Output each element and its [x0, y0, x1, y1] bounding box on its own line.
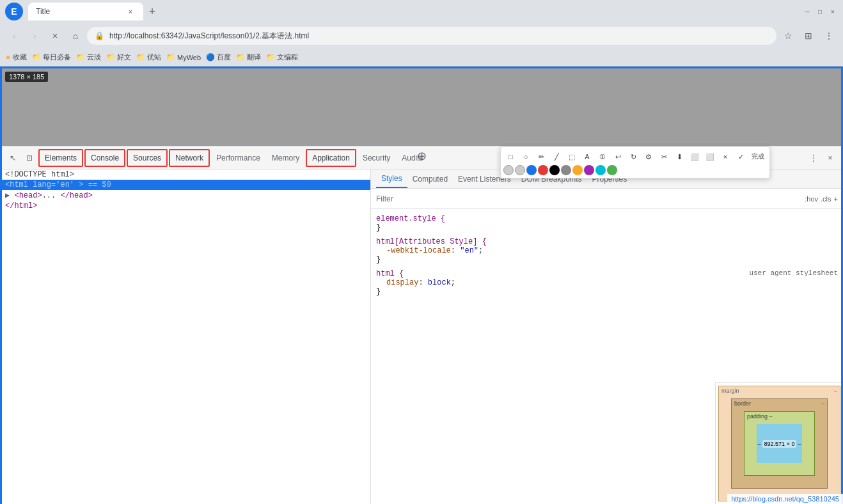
- add-style-button[interactable]: +: [834, 195, 838, 203]
- nav-bar: ‹ › × ⌂ 🔒 http://localhost:63342/JavaScr…: [0, 23, 843, 49]
- style-prop: display: block;: [376, 278, 838, 287]
- color-swatch-cyan[interactable]: [595, 169, 606, 175]
- address-bar[interactable]: 🔒 http://localhost:63342/JavaScript/less…: [87, 27, 776, 45]
- tab-network-label: Network: [175, 154, 203, 162]
- color-swatch-yellow[interactable]: [572, 169, 583, 175]
- cursor-tool-button[interactable]: ↖: [5, 150, 20, 166]
- color-swatch-green[interactable]: [607, 169, 617, 175]
- bookmark-label: 云淡: [87, 52, 101, 62]
- color-swatch-gray-light[interactable]: [503, 169, 514, 175]
- style-close: }: [376, 223, 838, 232]
- bookmark-item[interactable]: 📁 每日必备: [32, 52, 71, 62]
- style-selector-text: html {: [376, 269, 404, 278]
- bookmark-label: 每日必备: [43, 52, 71, 62]
- style-selector: element.style {: [376, 214, 838, 223]
- folder-icon: 📁: [266, 53, 275, 61]
- forward-button[interactable]: ›: [26, 27, 43, 45]
- border-dash: –: [821, 400, 824, 407]
- dom-line-selected[interactable]: <html lang='en' > == $0: [0, 180, 370, 190]
- tab-sources[interactable]: Sources: [127, 149, 168, 167]
- style-prop: -webkit-locale: "en";: [376, 246, 838, 255]
- close-button[interactable]: ×: [828, 6, 838, 17]
- bookmark-item[interactable]: 📁 翻译: [236, 52, 261, 62]
- bookmark-button[interactable]: ☆: [779, 27, 797, 45]
- styles-tab-styles[interactable]: Styles: [376, 170, 407, 188]
- selection-border-left: [0, 67, 2, 504]
- color-swatch-black[interactable]: [549, 169, 560, 175]
- window-controls: ─ □ ×: [802, 6, 838, 17]
- dom-line: </html>: [0, 201, 370, 211]
- annotation-toolbar: □ ○ ✏ ╱ ⬚ A ① ↩ ↻ ⚙ ✂ ⬇ ⬜: [500, 169, 770, 178]
- home-button[interactable]: ⌂: [67, 27, 84, 45]
- cls-button[interactable]: .cls: [821, 195, 831, 203]
- bookmark-item[interactable]: ★ 收藏: [5, 52, 27, 62]
- tab-application[interactable]: Application: [306, 149, 356, 167]
- close-devtools-button[interactable]: ×: [823, 150, 838, 166]
- tab-close-button[interactable]: ×: [125, 6, 136, 17]
- browser-logo: E: [5, 3, 23, 20]
- color-swatch-blue[interactable]: [526, 169, 537, 175]
- tab-network[interactable]: Network: [169, 149, 210, 167]
- status-url-link: https://blog.csdn.net/qq_53810245: [731, 495, 839, 503]
- folder-icon: 📁: [236, 53, 245, 61]
- folder-icon: 📁: [136, 53, 145, 61]
- hov-button[interactable]: :hov: [805, 195, 818, 203]
- ssl-icon: 🔒: [95, 31, 104, 40]
- bookmark-label: 收藏: [13, 52, 27, 62]
- styles-filter-bar: :hov .cls +: [371, 189, 843, 209]
- stop-button[interactable]: ×: [46, 27, 64, 45]
- tab-performance-label: Performance: [216, 154, 260, 162]
- margin-dash: –: [834, 388, 837, 394]
- bookmark-item[interactable]: 📁 云淡: [76, 52, 101, 62]
- dom-expand-icon[interactable]: ▶: [5, 191, 10, 200]
- folder-icon: 📁: [166, 53, 175, 61]
- bookmark-item[interactable]: 🔵 百度: [206, 52, 231, 62]
- box-model-panel: margin – border – padding –: [715, 382, 843, 504]
- tab-console[interactable]: Console: [84, 149, 125, 167]
- more-options-button[interactable]: ⋮: [806, 150, 821, 166]
- style-selector: html[Attributes Style] {: [376, 237, 838, 246]
- tab-console-label: Console: [91, 154, 119, 162]
- padding-label: padding –: [747, 413, 773, 420]
- minimize-button[interactable]: ─: [802, 6, 812, 17]
- tab-security[interactable]: Security: [358, 149, 395, 167]
- color-swatch-red[interactable]: [538, 169, 548, 175]
- style-source-label: user agent stylesheet: [749, 269, 838, 277]
- tab-performance[interactable]: Performance: [211, 149, 265, 167]
- border-label: border: [734, 400, 751, 407]
- dom-attr-value: 'en': [56, 180, 74, 189]
- styles-tab-computed[interactable]: Computed: [407, 170, 453, 188]
- tab-memory[interactable]: Memory: [267, 149, 304, 167]
- status-bar-url: https://blog.csdn.net/qq_53810245: [727, 494, 843, 504]
- folder-icon: 📁: [106, 53, 115, 61]
- folder-icon: 📁: [32, 53, 41, 61]
- styles-filter-input[interactable]: [376, 194, 800, 203]
- style-close: }: [376, 287, 838, 296]
- bookmark-label: 优站: [147, 52, 161, 62]
- inspect-element-button[interactable]: ⊡: [22, 150, 37, 166]
- tab-memory-label: Memory: [272, 154, 299, 162]
- box-model-content: – 892.571 × 0 –: [757, 424, 802, 463]
- color-swatch-purple[interactable]: [584, 169, 594, 175]
- dom-tag: <head>: [14, 191, 42, 200]
- active-tab[interactable]: Title ×: [28, 3, 143, 20]
- bookmark-item[interactable]: 📁 好文: [106, 52, 131, 62]
- nav-right-controls: ☆ ⊞ ⋮: [779, 27, 838, 45]
- style-prop-value: block: [428, 278, 451, 287]
- dom-tag: </html>: [5, 201, 37, 210]
- bookmark-item[interactable]: 📁 优站: [136, 52, 161, 62]
- browser-window: E Title × + ─ □ × ‹ › × ⌂ 🔒 http://local…: [0, 0, 843, 504]
- menu-button[interactable]: ⋮: [820, 27, 838, 45]
- dom-equals: ==: [88, 180, 102, 189]
- extensions-button[interactable]: ⊞: [800, 27, 817, 45]
- panel-resize-handle[interactable]: ⊕: [417, 149, 427, 163]
- new-tab-button[interactable]: +: [143, 3, 161, 20]
- dom-special: $0: [102, 180, 111, 189]
- color-swatch-medium-gray[interactable]: [561, 169, 571, 175]
- bookmark-item[interactable]: 📁 MyWeb: [166, 53, 201, 61]
- maximize-button[interactable]: □: [815, 6, 825, 17]
- back-button[interactable]: ‹: [5, 27, 23, 45]
- color-swatch-gray[interactable]: [515, 169, 525, 175]
- bookmark-item[interactable]: 📁 文编程: [266, 52, 298, 62]
- tab-elements[interactable]: Elements: [38, 149, 83, 167]
